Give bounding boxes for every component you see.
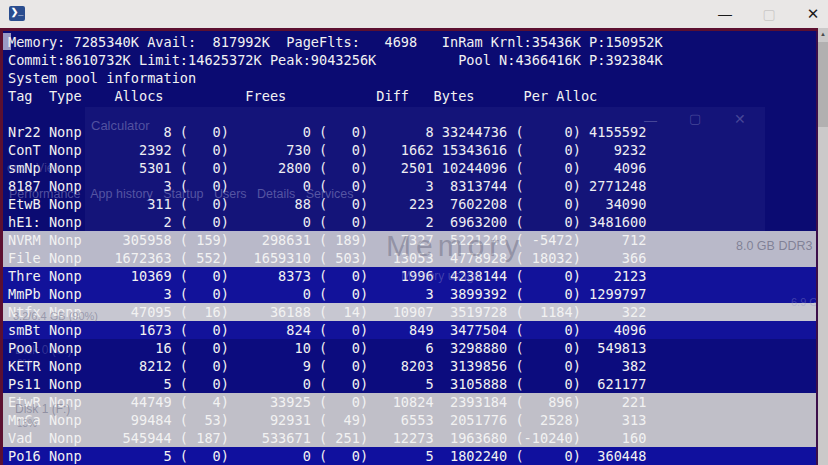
screen: ❯_ — ▢ ✕ Memory: 7285340K Avail: 817992K… — [0, 0, 828, 465]
scroll-up-arrow-icon[interactable]: ▲ — [818, 31, 828, 37]
powershell-icon: ❯_ — [9, 6, 25, 21]
console-lines: Memory: 7285340K Avail: 817992K PageFlts… — [3, 33, 816, 465]
pool-row-Nr22: Nr22 Nonp 8 ( 0) 0 ( 0) 8 33244736 ( 0) … — [3, 123, 816, 141]
pool-row-EtwB: EtwB Nonp 311 ( 0) 88 ( 0) 223 7602208 (… — [3, 195, 816, 213]
console-content: Memory: 7285340K Avail: 817992K PageFlts… — [3, 31, 816, 465]
pool-row-Ntfx: Ntfx Nonp 47095 ( 16) 36188 ( 14) 10907 … — [3, 303, 816, 321]
pool-row-smNp: smNp Nonp 5301 ( 0) 2800 ( 0) 2501 10244… — [3, 159, 816, 177]
maximize-button[interactable]: ▢ — [752, 0, 786, 28]
pool-row-KETR: KETR Nonp 8212 ( 0) 9 ( 0) 8203 3139856 … — [3, 357, 816, 375]
console-header-line-3: Tag Type Allocs Frees Diff Bytes Per All… — [3, 87, 816, 105]
pool-row-Ps11: Ps11 Nonp 5 ( 0) 0 ( 0) 5 3105888 ( 0) 6… — [3, 375, 816, 393]
pool-row-hE1: hE1: Nonp 2 ( 0) 0 ( 0) 2 6963200 ( 0) 3… — [3, 213, 816, 231]
close-button[interactable]: ✕ — [796, 0, 828, 28]
scrollbar[interactable]: ▲ — [818, 28, 828, 465]
pool-row-Po16: Po16 Nonp 5 ( 0) 0 ( 0) 5 1802240 ( 0) 3… — [3, 447, 816, 465]
pool-row-8187: 8187 Nonp 3 ( 0) 0 ( 0) 3 8313744 ( 0) 2… — [3, 177, 816, 195]
pool-row-Thre: Thre Nonp 10369 ( 0) 8373 ( 0) 1996 4238… — [3, 267, 816, 285]
console-header-line-1: Commit:8610732K Limit:14625372K Peak:904… — [3, 51, 816, 69]
pool-row-MmPb: MmPb Nonp 3 ( 0) 0 ( 0) 3 3899392 ( 0) 1… — [3, 285, 816, 303]
console-header-line-2: System pool information — [3, 69, 816, 87]
window-titlebar[interactable]: ❯_ — ▢ ✕ — [0, 0, 828, 28]
scrollbar-thumb[interactable] — [818, 42, 828, 127]
console-header-line-0: Memory: 7285340K Avail: 817992K PageFlts… — [3, 33, 816, 51]
pool-row-Pool: Pool Nonp 16 ( 0) 10 ( 0) 6 3298880 ( 0)… — [3, 339, 816, 357]
pool-row-MmCa: MmCa Nonp 99484 ( 53) 92931 ( 49) 6553 2… — [3, 411, 816, 429]
pool-row-smBt: smBt Nonp 1673 ( 0) 824 ( 0) 849 3477504… — [3, 321, 816, 339]
pool-row-EtwR: EtwR Nonp 44749 ( 4) 33925 ( 0) 10824 23… — [3, 393, 816, 411]
minimize-button[interactable]: — — [708, 0, 742, 28]
pool-row-NVRM: NVRM Nonp 305958 ( 159) 298631 ( 189) 73… — [3, 231, 816, 249]
console-blank-line — [3, 105, 816, 123]
pool-row-File: File Nonp 1672363 ( 552) 1659310 ( 503) … — [3, 249, 816, 267]
pool-row-Vad: Vad Nonp 545944 ( 187) 533671 ( 251) 122… — [3, 429, 816, 447]
console-window[interactable]: Memory: 7285340K Avail: 817992K PageFlts… — [0, 28, 828, 465]
pool-row-ConT: ConT Nonp 2392 ( 0) 730 ( 0) 1662 153436… — [3, 141, 816, 159]
